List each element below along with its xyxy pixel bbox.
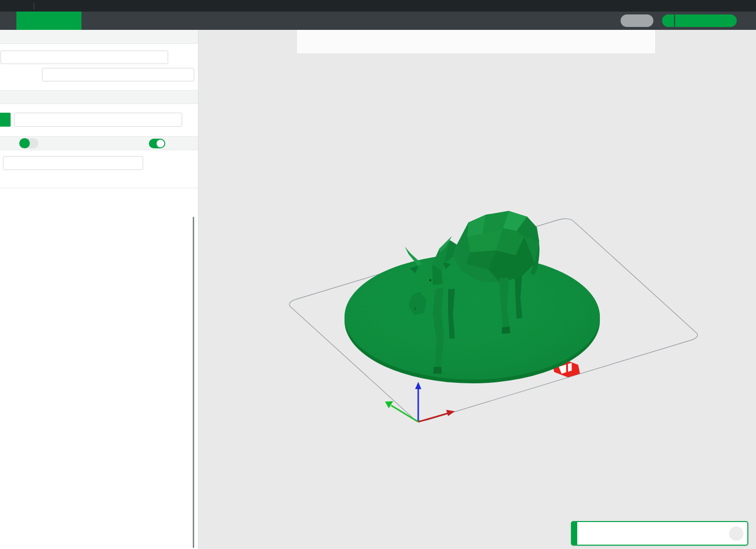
minimize-icon [698,2,706,10]
tune-icon [184,139,192,148]
chevron-down-icon [20,3,27,9]
bed-type-select[interactable] [42,68,194,81]
device-icon [172,16,182,26]
printer-icon [3,32,12,41]
main-nav [0,12,756,30]
undo-icon [56,2,65,10]
reset-icon [148,159,157,168]
filament-section-header [0,90,198,104]
chevron-down-icon [17,117,24,123]
scope-global-button[interactable] [19,138,30,148]
close-icon [741,2,749,10]
edit-printer-button[interactable] [172,53,181,62]
slice-button [621,14,653,27]
file-menu-dropdown[interactable] [17,0,30,12]
search-icon [186,159,194,168]
checklist-icon [170,139,178,148]
scene-3d [199,30,756,549]
edit-filament-button[interactable] [186,116,194,124]
save-icon [41,2,50,10]
hamburger-icon [3,2,12,10]
send-to-print-button[interactable] [675,14,737,27]
parameter-tune-button[interactable] [184,139,192,148]
add-filament-button[interactable] [152,93,160,102]
parameter-list-button[interactable] [170,139,178,148]
reset-preset-button[interactable] [148,159,157,168]
delete-preset-button[interactable] [173,159,182,168]
separator [34,2,34,10]
panel-scrollbar[interactable] [193,217,194,548]
redo-button[interactable] [68,0,83,12]
save-preset-button[interactable] [160,159,169,168]
tab-device[interactable] [146,12,212,30]
chevron-down-icon [4,54,10,61]
viewport-toolbar [296,30,656,54]
chevron-down-icon [6,160,13,166]
home-button[interactable] [0,12,16,30]
gear-icon [184,93,192,102]
printer-select[interactable] [0,51,168,64]
cube-icon [42,16,52,26]
printer-section-header [0,30,198,44]
send-options-button[interactable] [662,14,674,27]
process-preset-select[interactable] [3,156,143,170]
search-settings-button[interactable] [186,159,194,168]
tab-prepare[interactable] [16,12,81,30]
undo-button[interactable] [53,0,68,12]
pencil-icon [186,116,194,124]
tab-preview[interactable] [81,12,146,30]
plus-icon [152,93,160,102]
settings-panel [0,30,199,549]
process-scope-switch [19,138,39,148]
chevron-down-icon [45,72,52,78]
remove-filament-button[interactable] [168,93,176,102]
process-tabs [0,170,198,188]
close-button[interactable] [734,0,756,12]
minus-icon [168,93,176,102]
wifi-icon [186,53,194,62]
notification-toast [571,521,748,546]
speed-settings-list [0,188,198,549]
title-bar [0,0,756,12]
save-icon [160,159,169,168]
filament-slot-badge [0,113,11,127]
advanced-toggle[interactable] [149,139,165,148]
maximize-button[interactable] [713,0,734,12]
notification-close-button[interactable] [729,526,743,541]
viewport-3d[interactable] [199,30,756,549]
gear-icon [184,32,192,41]
close-icon [732,530,740,537]
tab-project[interactable] [212,12,277,30]
document-icon [238,16,247,26]
filament-settings-button[interactable] [184,93,192,102]
close-icon [173,159,182,168]
save-button[interactable] [38,0,53,12]
home-icon [3,16,13,26]
maximize-icon [719,2,728,10]
printer-settings-button[interactable] [184,32,192,41]
chevron-down-icon [665,17,672,24]
process-layers-icon [3,139,12,148]
filament-spool-icon [3,93,12,102]
layers-icon [107,16,117,26]
redo-icon [71,2,80,10]
process-section-header [0,136,198,150]
minimize-button[interactable] [691,0,713,12]
pencil-icon [172,53,181,62]
app-menu-button[interactable] [0,0,15,12]
printer-connection-button[interactable] [186,53,194,62]
filament-select[interactable] [14,113,182,127]
